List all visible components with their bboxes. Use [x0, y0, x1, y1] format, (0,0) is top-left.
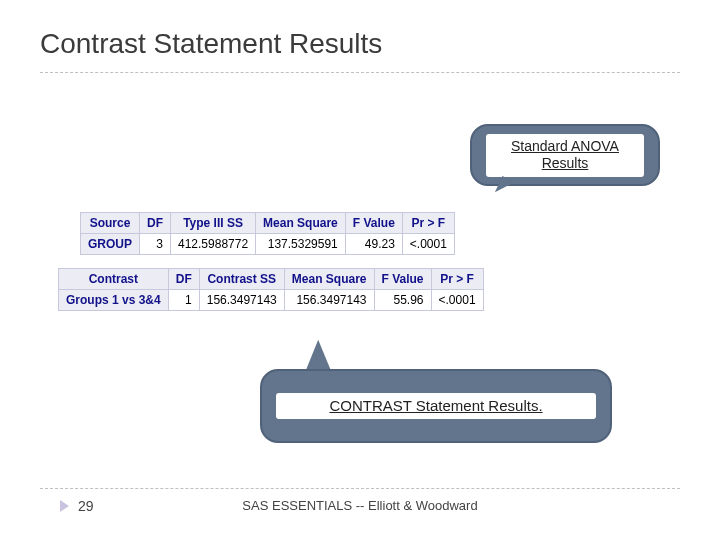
callout-anova: Standard ANOVAResults — [470, 124, 660, 186]
cell: 49.23 — [345, 234, 402, 255]
divider-top — [40, 72, 680, 73]
table-header-row: Contrast DF Contrast SS Mean Square F Va… — [59, 269, 484, 290]
col-header: Mean Square — [256, 213, 346, 234]
table-header-row: Source DF Type III SS Mean Square F Valu… — [81, 213, 455, 234]
col-header: F Value — [345, 213, 402, 234]
cell: <.0001 — [431, 290, 483, 311]
cell: 412.5988772 — [171, 234, 256, 255]
callout-contrast-text: CONTRAST Statement Results. — [276, 393, 596, 420]
table-row: GROUP 3 412.5988772 137.5329591 49.23 <.… — [81, 234, 455, 255]
callout-anova-text: Standard ANOVAResults — [486, 134, 644, 177]
cell: 55.96 — [374, 290, 431, 311]
cell: <.0001 — [402, 234, 454, 255]
row-label: GROUP — [81, 234, 140, 255]
col-header: Type III SS — [171, 213, 256, 234]
col-header: Mean Square — [284, 269, 374, 290]
cell: 1 — [168, 290, 199, 311]
col-header: Contrast — [59, 269, 169, 290]
divider-bottom — [40, 488, 680, 489]
cell: 156.3497143 — [199, 290, 284, 311]
table-row: Groups 1 vs 3&4 1 156.3497143 156.349714… — [59, 290, 484, 311]
col-header: Contrast SS — [199, 269, 284, 290]
col-header: DF — [168, 269, 199, 290]
row-label: Groups 1 vs 3&4 — [59, 290, 169, 311]
footer-text: SAS ESSENTIALS -- Elliott & Woodward — [0, 498, 720, 513]
page-title: Contrast Statement Results — [40, 28, 382, 60]
col-header: F Value — [374, 269, 431, 290]
col-header: Source — [81, 213, 140, 234]
col-header: Pr > F — [431, 269, 483, 290]
cell: 137.5329591 — [256, 234, 346, 255]
cell: 3 — [140, 234, 171, 255]
callout-contrast: CONTRAST Statement Results. — [260, 369, 612, 443]
col-header: Pr > F — [402, 213, 454, 234]
anova-table: Source DF Type III SS Mean Square F Valu… — [80, 212, 455, 255]
col-header: DF — [140, 213, 171, 234]
cell: 156.3497143 — [284, 290, 374, 311]
contrast-table: Contrast DF Contrast SS Mean Square F Va… — [58, 268, 484, 311]
